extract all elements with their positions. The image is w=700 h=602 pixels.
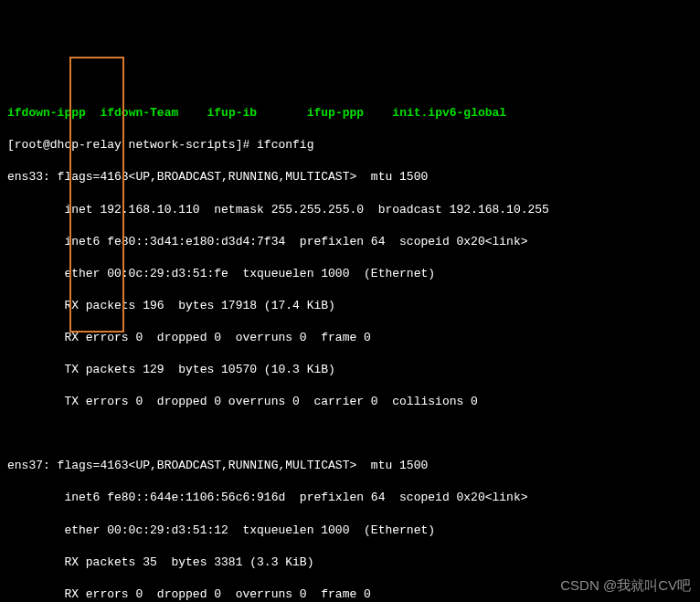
watermark-text: CSDN @我就叫CV吧 <box>560 576 691 595</box>
file-init-ipv6-global: init.ipv6-global <box>392 106 506 120</box>
highlight-box <box>69 57 124 333</box>
ens33-inet: inet 192.168.10.110 netmask 255.255.255.… <box>7 202 693 218</box>
ens33-tx-packets: TX packets 129 bytes 10570 (10.3 KiB) <box>7 362 693 378</box>
file-ifdown-team: ifdown-Team <box>100 106 178 120</box>
prompt-text: [root@dhcp-relay network-scripts]# <box>7 138 257 152</box>
ens37-inet6: inet6 fe80::644e:1106:56c6:916d prefixle… <box>7 490 693 506</box>
ens33-tx-errors: TX errors 0 dropped 0 overruns 0 carrier… <box>7 394 693 410</box>
ens33-rx-packets: RX packets 196 bytes 17918 (17.4 KiB) <box>7 298 693 314</box>
file-ifdown-ippp: ifdown-ippp <box>7 106 86 120</box>
ens37-header: ens37: flags=4163<UP,BROADCAST,RUNNING,M… <box>7 458 693 474</box>
command-text: ifconfig <box>257 138 313 152</box>
ens37-ether: ether 00:0c:29:d3:51:12 txqueuelen 1000 … <box>7 523 693 539</box>
ens33-rx-errors: RX errors 0 dropped 0 overruns 0 frame 0 <box>7 330 693 346</box>
file-ifup-ppp: ifup-ppp <box>307 106 364 120</box>
ens33-header: ens33: flags=4163<UP,BROADCAST,RUNNING,M… <box>7 169 693 185</box>
ens37-rx-packets: RX packets 35 bytes 3381 (3.3 KiB) <box>7 554 693 571</box>
blank-line <box>7 426 693 442</box>
ens33-inet6: inet6 fe80::3d41:e180:d3d4:7f34 prefixle… <box>7 234 693 250</box>
file-ifup-ib: ifup-ib <box>207 106 257 120</box>
ens33-ether: ether 00:0c:29:d3:51:fe txqueuelen 1000 … <box>7 266 693 282</box>
ls-output-row: ifdown-ippp ifdown-Team ifup-ib ifup-ppp… <box>7 105 693 121</box>
prompt-line-1[interactable]: [root@dhcp-relay network-scripts]# ifcon… <box>7 137 693 153</box>
